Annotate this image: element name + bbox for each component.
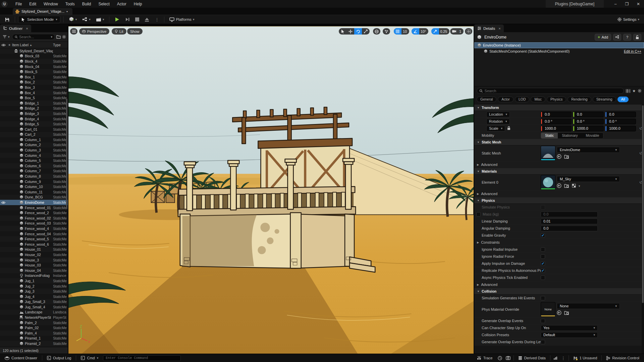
details-scroll-track[interactable] (642, 105, 644, 354)
mobility-movable[interactable]: Movable (582, 133, 603, 138)
lock-icon[interactable] (507, 126, 511, 131)
outliner-row[interactable]: Column_7StaticMe (0, 169, 68, 174)
outliner-row[interactable]: Fence_wood_5StaticMe (0, 236, 68, 242)
axis-vy-input[interactable]: 1000.0 (573, 126, 604, 131)
menu-item-file[interactable]: File (12, 1, 25, 7)
outliner-row[interactable]: Jug_Small_3StaticMe (0, 299, 68, 305)
checkbox[interactable]: ✓ (541, 261, 545, 266)
derived-data-button[interactable]: Derived Data (516, 354, 548, 362)
outliner-row[interactable]: Bridge_2StaticMe (0, 106, 68, 111)
trace-button[interactable]: Trace (475, 354, 495, 362)
move-tool[interactable] (346, 28, 354, 35)
help-button[interactable]: ? (623, 34, 631, 41)
outliner-row[interactable]: Block_04StaticMe (0, 64, 68, 69)
selection-mode-dropdown[interactable]: Selection Mode ▾ (18, 16, 60, 23)
scale-dropdown[interactable]: Scale▾ (486, 126, 505, 131)
maximize-button[interactable]: ❐ (621, 0, 633, 8)
use-selected-button[interactable] (557, 310, 561, 316)
axis-vy-input[interactable]: 0.0 ° (573, 119, 604, 124)
filter-all[interactable]: All (618, 97, 629, 102)
outliner-row[interactable]: Block_4StaticMe (0, 59, 68, 64)
outliner-row[interactable]: Bridge_3StaticMe (0, 111, 68, 116)
perspective-dropdown[interactable]: Perspective (79, 28, 109, 35)
pin-column-header[interactable]: ★ (7, 43, 12, 47)
outliner-search[interactable]: ▾ (12, 34, 55, 40)
outliner-row[interactable]: Fence_wood_6StaticMe (0, 242, 68, 247)
outliner-row[interactable]: Bridge_5StaticMe (0, 121, 68, 127)
cinematics-dropdown[interactable]: ▾ (94, 16, 106, 23)
content-drawer-button[interactable]: Content Drawer (3, 354, 39, 362)
checkbox[interactable] (541, 254, 545, 259)
outliner-row[interactable]: Fence_wood_03StaticMe (0, 221, 68, 226)
status-more-menu[interactable]: ⋮ (560, 354, 566, 362)
show-dropdown[interactable]: Show (127, 28, 143, 35)
outliner-row[interactable]: Fence_wood_02StaticMe (0, 216, 68, 221)
blueprint-button[interactable] (613, 34, 621, 41)
checkbox[interactable]: ✓ (541, 268, 545, 273)
checkbox[interactable] (541, 276, 545, 280)
outliner-row[interactable]: Bridge_4StaticMe (0, 116, 68, 122)
details-search[interactable] (477, 88, 624, 94)
advanced-row[interactable]: ▶Advanced (474, 281, 644, 288)
outliner-row[interactable]: Fence_wood_4StaticMe (0, 226, 68, 231)
outliner-row[interactable]: Box_1StaticMe (0, 74, 68, 80)
outliner-row[interactable]: Column_3StaticMe (0, 147, 68, 153)
surface-snapping-button[interactable] (383, 28, 390, 35)
advanced-row[interactable]: ▶Advanced (474, 190, 644, 197)
axis-vy-input[interactable]: 0.0 (573, 112, 604, 117)
outliner-row-world[interactable]: Stylized_Desert_Vilage_den (0, 48, 68, 54)
console-command-field[interactable] (103, 355, 181, 361)
scale-snap-control[interactable]: 0.25 (431, 28, 449, 35)
outliner-row[interactable]: House_3StaticMe (0, 257, 68, 263)
select-tool[interactable] (339, 28, 346, 35)
platforms-dropdown[interactable]: Platforms ▾ (167, 16, 196, 23)
menu-item-window[interactable]: Window (40, 1, 61, 7)
insights-button[interactable] (497, 354, 503, 362)
axis-vx-input[interactable]: 0.0 (541, 112, 572, 117)
value-input[interactable]: 0.0 (541, 226, 598, 231)
outliner-row[interactable]: Fence_wood_04StaticMe (0, 231, 68, 237)
filter-rendering[interactable]: Rendering (568, 97, 591, 102)
axis-vx-input[interactable]: 0.0 ° (541, 119, 572, 124)
outliner-row[interactable]: House_03StaticMe (0, 262, 68, 268)
outliner-tab[interactable]: Outliner × (0, 24, 31, 32)
menu-item-tools[interactable]: Tools (62, 1, 78, 7)
section-header-transform[interactable]: ▼Transform (474, 105, 644, 111)
section-header-static-mesh[interactable]: ▼Static Mesh (474, 139, 644, 145)
filter-actor[interactable]: Actor (498, 97, 514, 102)
outliner-scrollbar[interactable] (66, 99, 67, 209)
outliner-filter-dropdown[interactable]: ▾ (2, 33, 11, 41)
outliner-row[interactable]: Cart_2StaticMe (0, 132, 68, 137)
viewport[interactable]: Perspective Lit Show (68, 26, 474, 354)
memory-button[interactable] (553, 354, 558, 362)
checkbox[interactable] (541, 247, 545, 252)
outliner-row[interactable]: LandscapeLandsca (0, 310, 68, 315)
outliner-row[interactable]: Block_03StaticMe (0, 54, 68, 59)
skip-button[interactable] (123, 16, 132, 23)
rotation-snap-control[interactable]: 10° (412, 28, 428, 35)
location-dropdown[interactable]: Location▾ (486, 112, 510, 117)
scale-tool[interactable] (362, 28, 370, 35)
outliner-row[interactable]: NetworkPlayerStPlayerSt (0, 315, 68, 320)
rotation-dropdown[interactable]: Rotation▾ (486, 119, 510, 124)
value-input[interactable]: 0.01 (541, 219, 598, 224)
cmd-dropdown[interactable]: Cmd ▾ (79, 354, 100, 362)
filter-streaming[interactable]: Streaming (593, 97, 616, 102)
outliner-row[interactable]: Column_6StaticMe (0, 163, 68, 169)
outliner-row[interactable]: Column_5StaticMe (0, 158, 68, 163)
value-dropdown[interactable]: Default▾ (541, 332, 598, 338)
visibility-column-header[interactable] (0, 44, 7, 47)
outliner-row[interactable]: Column_4StaticMe (0, 153, 68, 158)
add-component-button[interactable]: + Add (595, 34, 611, 41)
asset-dropdown[interactable]: EnviroDome▾ (557, 147, 620, 153)
component-row[interactable]: EnviroDome (Instance) (474, 42, 644, 48)
outliner-save-settings-button[interactable] (56, 35, 61, 39)
level-tab[interactable]: Stylized_Desert_Vilage... • (13, 8, 72, 15)
outliner-row[interactable]: Column_1StaticMe (0, 137, 68, 142)
use-selected-button[interactable] (557, 183, 561, 189)
browse-button[interactable] (564, 155, 569, 160)
outliner-settings-button[interactable] (62, 35, 66, 39)
filter-physics[interactable]: Physics (547, 97, 566, 102)
asset-dropdown[interactable]: None▾ (557, 303, 620, 309)
outliner-row[interactable]: Box_3StaticMe (0, 85, 68, 90)
